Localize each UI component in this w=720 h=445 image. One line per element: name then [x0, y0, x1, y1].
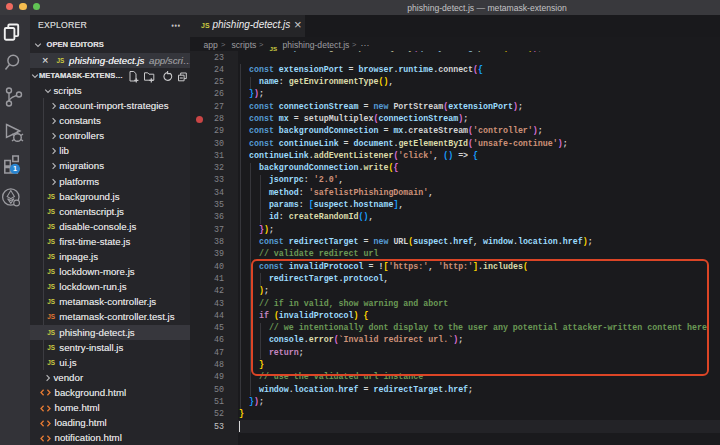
svg-text:1: 1 [13, 164, 17, 173]
